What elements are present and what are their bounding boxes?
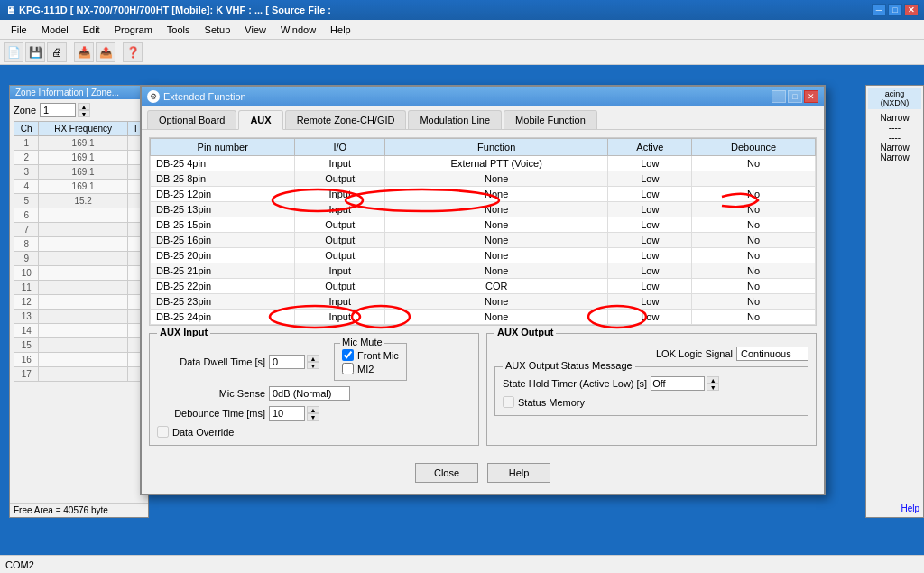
pin-cell-function[interactable]: None bbox=[385, 233, 608, 248]
pin-cell-active[interactable]: Low bbox=[608, 294, 692, 310]
data-dwell-up[interactable]: ▲ bbox=[307, 355, 319, 362]
pin-cell-io[interactable]: Input bbox=[295, 310, 385, 325]
new-button[interactable]: 📄 bbox=[4, 42, 23, 62]
hold-timer-select[interactable] bbox=[651, 376, 705, 391]
hold-timer-up[interactable]: ▲ bbox=[707, 376, 719, 384]
tab-remote-zone[interactable]: Remote Zone-CH/GID bbox=[285, 110, 407, 129]
dialog-minimize[interactable]: ─ bbox=[772, 90, 786, 103]
mic-sense-input[interactable] bbox=[269, 386, 350, 401]
pin-cell-debounce[interactable]: No bbox=[692, 202, 816, 217]
tab-mobile-function[interactable]: Mobile Function bbox=[504, 110, 597, 129]
save-button[interactable]: 💾 bbox=[25, 42, 45, 62]
pin-cell-pin[interactable]: DB-25 12pin bbox=[151, 187, 295, 202]
front-mic-checkbox[interactable] bbox=[342, 349, 354, 361]
pin-cell-pin[interactable]: DB-25 20pin bbox=[151, 248, 295, 263]
pin-cell-function[interactable]: None bbox=[385, 187, 608, 202]
pin-cell-io[interactable]: Output bbox=[295, 217, 385, 233]
help-link[interactable]: Help bbox=[901, 504, 919, 513]
dialog-maximize[interactable]: □ bbox=[788, 90, 802, 103]
help-toolbar-button[interactable]: ❓ bbox=[123, 42, 143, 62]
pin-cell-io[interactable]: Input bbox=[295, 263, 385, 279]
read-button[interactable]: 📥 bbox=[74, 42, 94, 62]
pin-cell-function[interactable]: None bbox=[385, 294, 608, 310]
pin-cell-io[interactable]: Output bbox=[295, 171, 385, 187]
pin-cell-debounce[interactable]: No bbox=[692, 187, 816, 202]
zone-up[interactable]: ▲ bbox=[78, 103, 90, 110]
pin-cell-io[interactable]: Output bbox=[295, 233, 385, 248]
menu-tools[interactable]: Tools bbox=[160, 23, 198, 37]
pin-cell-debounce[interactable]: No bbox=[692, 248, 816, 263]
hold-timer-down[interactable]: ▼ bbox=[707, 384, 719, 391]
menu-model[interactable]: Model bbox=[34, 23, 76, 37]
pin-cell-active[interactable]: Low bbox=[608, 279, 692, 294]
menu-setup[interactable]: Setup bbox=[198, 23, 238, 37]
pin-cell-active[interactable]: Low bbox=[608, 156, 692, 171]
pin-cell-active[interactable]: Low bbox=[608, 217, 692, 233]
write-button[interactable]: 📤 bbox=[96, 42, 116, 62]
pin-cell-pin[interactable]: DB-25 22pin bbox=[151, 279, 295, 294]
pin-cell-active[interactable]: Low bbox=[608, 202, 692, 217]
pin-cell-active[interactable]: Low bbox=[608, 263, 692, 279]
minimize-button[interactable]: ─ bbox=[872, 4, 886, 16]
pin-cell-pin[interactable]: DB-25 21pin bbox=[151, 263, 295, 279]
pin-cell-io[interactable]: Output bbox=[295, 248, 385, 263]
zone-input[interactable] bbox=[40, 103, 76, 117]
print-button[interactable]: 🖨 bbox=[47, 42, 67, 62]
help-button[interactable]: Help bbox=[487, 463, 550, 483]
pin-cell-debounce[interactable]: No bbox=[692, 294, 816, 310]
debounce-input[interactable] bbox=[269, 406, 305, 421]
pin-cell-active[interactable]: Low bbox=[608, 233, 692, 248]
menu-view[interactable]: View bbox=[237, 23, 273, 37]
pin-cell-debounce[interactable] bbox=[692, 171, 816, 187]
tab-optional-board[interactable]: Optional Board bbox=[147, 110, 236, 129]
pin-cell-io[interactable]: Input bbox=[295, 187, 385, 202]
pin-cell-active[interactable]: Low bbox=[608, 248, 692, 263]
pin-cell-function[interactable]: None bbox=[385, 171, 608, 187]
pin-cell-pin[interactable]: DB-25 4pin bbox=[151, 156, 295, 171]
pin-cell-debounce[interactable]: No bbox=[692, 263, 816, 279]
menu-program[interactable]: Program bbox=[107, 23, 160, 37]
pin-cell-debounce[interactable]: No bbox=[692, 310, 816, 325]
mi2-checkbox[interactable] bbox=[342, 363, 354, 374]
data-dwell-down[interactable]: ▼ bbox=[307, 362, 319, 369]
pin-cell-debounce[interactable]: No bbox=[692, 156, 816, 171]
status-memory-checkbox[interactable] bbox=[503, 396, 514, 408]
tab-modulation-line[interactable]: Modulation Line bbox=[408, 110, 502, 129]
pin-cell-io[interactable]: Output bbox=[295, 279, 385, 294]
pin-cell-active[interactable]: Low bbox=[608, 187, 692, 202]
pin-cell-debounce[interactable]: No bbox=[692, 233, 816, 248]
tab-aux[interactable]: AUX bbox=[238, 110, 282, 130]
pin-cell-pin[interactable]: DB-25 23pin bbox=[151, 294, 295, 310]
pin-cell-pin[interactable]: DB-25 15pin bbox=[151, 217, 295, 233]
debounce-up[interactable]: ▲ bbox=[307, 406, 319, 413]
pin-cell-pin[interactable]: DB-25 8pin bbox=[151, 171, 295, 187]
pin-cell-function[interactable]: None bbox=[385, 217, 608, 233]
pin-cell-function[interactable]: None bbox=[385, 248, 608, 263]
pin-cell-function[interactable]: None bbox=[385, 202, 608, 217]
pin-cell-function[interactable]: COR bbox=[385, 279, 608, 294]
data-override-checkbox[interactable] bbox=[157, 426, 169, 438]
data-dwell-input[interactable] bbox=[269, 355, 305, 369]
zone-down[interactable]: ▼ bbox=[78, 110, 90, 117]
pin-cell-debounce[interactable]: No bbox=[692, 217, 816, 233]
maximize-button[interactable]: □ bbox=[888, 4, 902, 16]
pin-cell-function[interactable]: None bbox=[385, 310, 608, 325]
pin-cell-active[interactable]: Low bbox=[608, 171, 692, 187]
pin-cell-io[interactable]: Input bbox=[295, 294, 385, 310]
pin-cell-pin[interactable]: DB-25 24pin bbox=[151, 310, 295, 325]
pin-cell-pin[interactable]: DB-25 13pin bbox=[151, 202, 295, 217]
pin-cell-function[interactable]: External PTT (Voice) bbox=[385, 156, 608, 171]
pin-cell-io[interactable]: Input bbox=[295, 156, 385, 171]
menu-window[interactable]: Window bbox=[273, 23, 323, 37]
menu-edit[interactable]: Edit bbox=[76, 23, 107, 37]
pin-cell-function[interactable]: None bbox=[385, 263, 608, 279]
dialog-close-x[interactable]: ✕ bbox=[804, 90, 818, 103]
pin-cell-pin[interactable]: DB-25 16pin bbox=[151, 233, 295, 248]
pin-cell-io[interactable]: Input bbox=[295, 202, 385, 217]
close-button[interactable]: ✕ bbox=[904, 4, 919, 16]
menu-file[interactable]: File bbox=[4, 23, 34, 37]
pin-cell-debounce[interactable]: No bbox=[692, 279, 816, 294]
debounce-down[interactable]: ▼ bbox=[307, 413, 319, 421]
menu-help[interactable]: Help bbox=[323, 23, 358, 37]
pin-cell-active[interactable]: Low bbox=[608, 310, 692, 325]
